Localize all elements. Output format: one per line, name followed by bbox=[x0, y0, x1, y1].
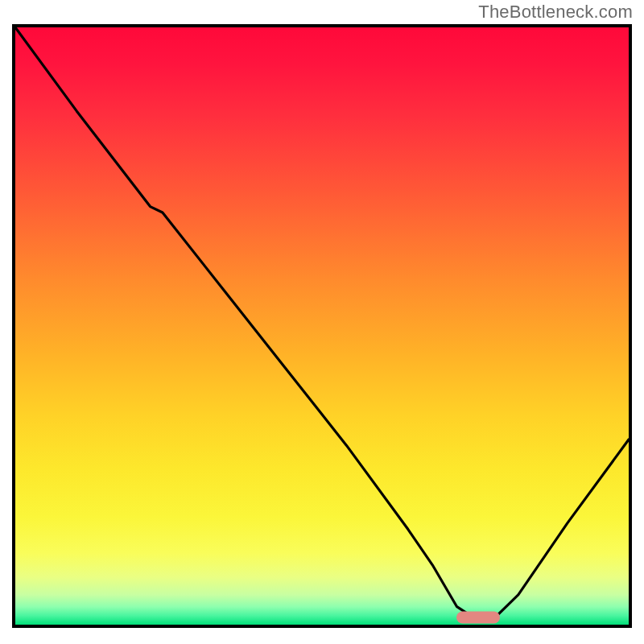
target-marker bbox=[456, 612, 500, 624]
watermark-text: TheBottleneck.com bbox=[478, 2, 633, 23]
chart-curve-svg bbox=[15, 27, 629, 625]
bottleneck-curve bbox=[15, 27, 629, 619]
chart-frame bbox=[12, 24, 632, 628]
